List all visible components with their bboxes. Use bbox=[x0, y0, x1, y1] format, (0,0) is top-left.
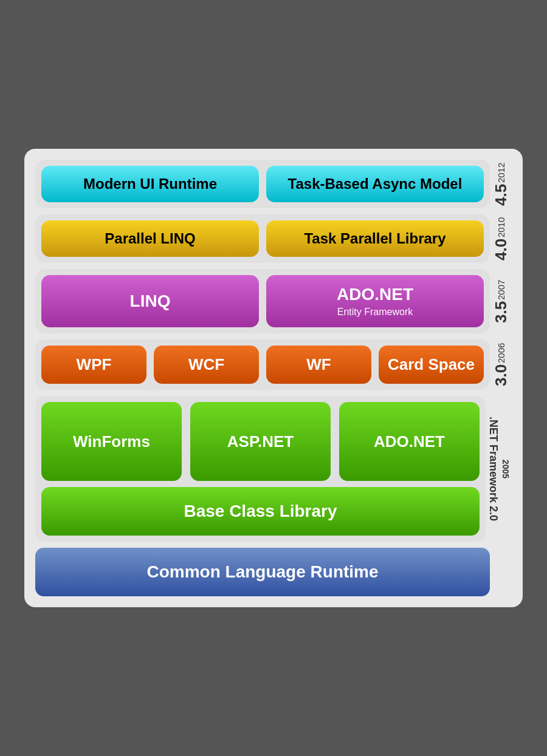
version-label-30: 3.0 2006 bbox=[490, 339, 512, 390]
row-35: LINQ ADO.NET Entity Framework 3.5 2007 bbox=[35, 269, 512, 333]
card-aspnet: ASP.NET bbox=[190, 402, 331, 481]
card-wf: WF bbox=[266, 346, 371, 384]
row-clr: Common Language Runtime bbox=[35, 548, 512, 596]
card-task-async: Task-Based Async Model bbox=[266, 166, 484, 202]
card-clr: Common Language Runtime bbox=[35, 548, 490, 596]
card-cardspace: Card Space bbox=[379, 346, 484, 384]
row-45: Modern UI Runtime Task-Based Async Model… bbox=[35, 160, 512, 208]
card-wpf: WPF bbox=[41, 346, 146, 384]
version-label-net20: .NET Framework 2.0 2005 bbox=[486, 396, 512, 542]
row-40: Parallel LINQ Task Parallel Library 4.0 … bbox=[35, 214, 512, 263]
diagram-container: Modern UI Runtime Task-Based Async Model… bbox=[24, 149, 523, 607]
card-linq: LINQ bbox=[41, 275, 259, 327]
version-label-45: 4.5 2012 bbox=[490, 160, 512, 208]
card-adonet-ef-sub: Entity Framework bbox=[337, 307, 413, 318]
card-wcf: WCF bbox=[154, 346, 259, 384]
row-30: WPF WCF WF Card Space 3.0 2006 bbox=[35, 339, 512, 390]
card-bcl: Base Class Library bbox=[41, 487, 480, 536]
version-label-40: 4.0 2010 bbox=[490, 214, 512, 263]
card-parallel-linq: Parallel LINQ bbox=[41, 220, 259, 257]
row-net20: WinForms ASP.NET ADO.NET Base Class Libr… bbox=[35, 396, 512, 542]
net-framework-year: 2005 bbox=[501, 459, 511, 478]
card-winforms: WinForms bbox=[41, 402, 182, 481]
card-task-parallel: Task Parallel Library bbox=[266, 220, 484, 257]
card-adonet-ef-title: ADO.NET bbox=[337, 285, 413, 304]
card-adonet: ADO.NET bbox=[339, 402, 480, 481]
version-label-35: 3.5 2007 bbox=[490, 269, 512, 333]
card-modern-ui: Modern UI Runtime bbox=[41, 166, 259, 202]
card-adonet-ef: ADO.NET Entity Framework bbox=[266, 275, 484, 327]
net-framework-label-text: .NET Framework 2.0 bbox=[487, 417, 500, 521]
